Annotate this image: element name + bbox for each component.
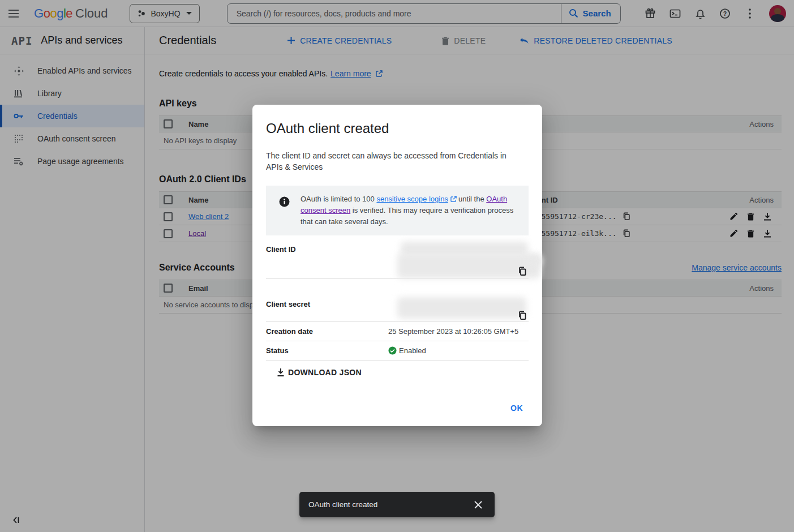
info-icon (278, 196, 290, 228)
status-label: Status (266, 341, 388, 360)
notice-text: OAuth is limited to 100 sensitive scope … (301, 194, 521, 228)
check-circle-icon (388, 346, 397, 355)
snackbar: OAuth client created (299, 492, 495, 517)
snackbar-message: OAuth client created (308, 500, 377, 509)
creation-date-row: Creation date 25 September 2023 at 10:26… (266, 322, 529, 341)
dialog-title: OAuth client created (266, 105, 529, 136)
dialog-description: The client ID and secret can always be a… (266, 150, 515, 173)
client-id-row: Client ID (266, 240, 529, 279)
download-icon (277, 368, 285, 377)
redaction-blur (397, 297, 526, 319)
notice-middle: until the (457, 195, 487, 203)
close-icon[interactable] (471, 497, 486, 512)
client-id-label: Client ID (266, 240, 388, 278)
external-link-icon (450, 196, 457, 202)
oauth-created-dialog: OAuth client created The client ID and s… (252, 105, 542, 426)
download-json-label: DOWNLOAD JSON (288, 368, 362, 377)
client-secret-row: Client secret (266, 295, 529, 322)
status-badge: Enabled (399, 346, 426, 355)
oauth-limit-notice: OAuth is limited to 100 sensitive scope … (266, 186, 529, 235)
redaction-blur (526, 256, 542, 266)
status-row: Status Enabled (266, 341, 529, 361)
copy-client-id-icon[interactable] (518, 267, 527, 276)
download-json-button[interactable]: DOWNLOAD JSON (273, 366, 365, 379)
client-details: Client ID Client secret Creation date 25… (266, 240, 529, 361)
spacer-row (266, 279, 529, 295)
creation-date-value: 25 September 2023 at 10:26:05 GMT+5 (388, 322, 529, 341)
notice-prefix: OAuth is limited to 100 (301, 195, 376, 203)
copy-client-secret-icon[interactable] (518, 311, 527, 320)
sensitive-scope-logins-link[interactable]: sensitive scope logins (376, 195, 448, 203)
client-secret-label: Client secret (266, 295, 388, 321)
creation-date-label: Creation date (266, 322, 388, 341)
ok-button[interactable]: OK (505, 399, 529, 417)
